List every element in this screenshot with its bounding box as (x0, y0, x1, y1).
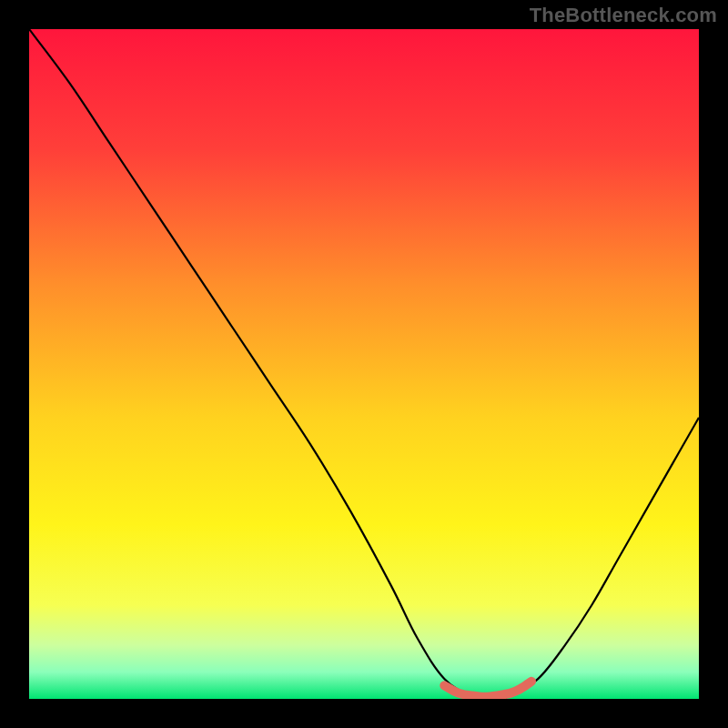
chart-background-gradient (29, 29, 699, 699)
chart-frame: TheBottleneck.com (0, 0, 728, 728)
chart-svg (29, 29, 699, 699)
plot-area (29, 29, 699, 699)
watermark-text: TheBottleneck.com (530, 4, 717, 27)
